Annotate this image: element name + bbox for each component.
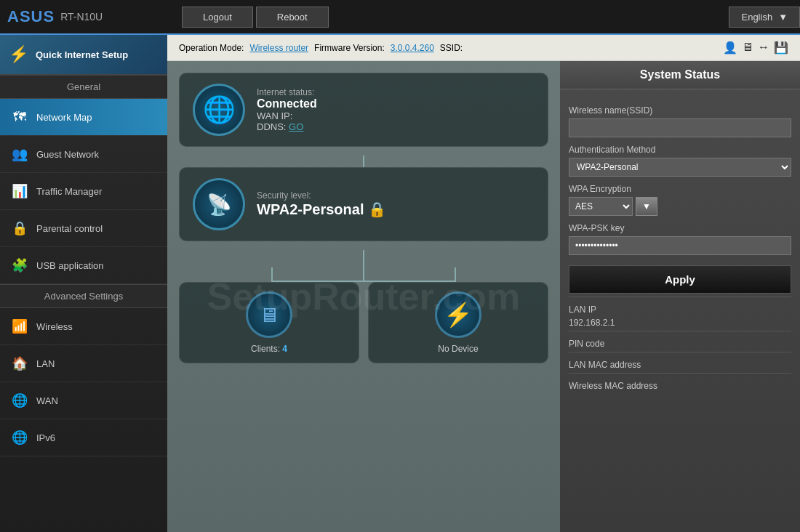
tree-connector-area bbox=[179, 250, 548, 282]
ssid-input[interactable] bbox=[569, 118, 791, 137]
logo-area: ASUS RT-N10U bbox=[0, 0, 167, 33]
security-level-label: Security level: bbox=[257, 190, 386, 201]
sidebar-item-usb-application[interactable]: 🧩 USB application bbox=[0, 247, 167, 284]
internet-card: 🌐 Internet status: Connected WAN IP: DDN… bbox=[179, 73, 548, 147]
wpa-enc-select[interactable]: AES TKIP TKIP+AES bbox=[569, 197, 633, 216]
operation-mode-label: Operation Mode: bbox=[179, 43, 244, 53]
wan-ip-label: WAN IP: bbox=[257, 110, 292, 121]
network-map-icon: 🗺 bbox=[10, 108, 29, 126]
traffic-manager-label: Traffic Manager bbox=[36, 186, 102, 197]
ipv6-label: IPv6 bbox=[36, 432, 55, 443]
lan-ip-label: LAN IP bbox=[569, 305, 791, 315]
wpa-enc-label: WPA Encryption bbox=[569, 184, 791, 194]
chevron-down-icon: ▼ bbox=[778, 12, 788, 23]
sidebar-item-traffic-manager[interactable]: 📊 Traffic Manager bbox=[0, 173, 167, 210]
wireless-icon: 📶 bbox=[10, 317, 29, 336]
internet-info: Internet status: Connected WAN IP: DDNS:… bbox=[257, 87, 317, 132]
usb-application-label: USB application bbox=[36, 260, 104, 271]
ipv6-icon: 🌐 bbox=[10, 428, 29, 447]
share-icon: ↔ bbox=[758, 41, 769, 55]
clients-icon: 🖥 bbox=[246, 291, 292, 338]
wireless-mac-label: Wireless MAC address bbox=[569, 381, 791, 391]
connector-line-top bbox=[363, 156, 364, 167]
sidebar-item-wan[interactable]: 🌐 WAN bbox=[0, 382, 167, 419]
wireless-label: Wireless bbox=[36, 321, 73, 332]
wpa-enc-wrap: AES TKIP TKIP+AES ▼ bbox=[569, 197, 791, 216]
system-status-panel: System Status Wireless name(SSID) Authen… bbox=[560, 61, 800, 532]
traffic-manager-icon: 📊 bbox=[10, 182, 29, 201]
network-map-label: Network Map bbox=[36, 112, 92, 123]
quick-setup-label: Quick Internet Setup bbox=[36, 49, 128, 60]
auth-method-select[interactable]: WPA2-Personal WPA-Personal WPA2-Enterpri… bbox=[569, 158, 791, 177]
ddns-row: DDNS: GO bbox=[257, 121, 317, 132]
divider-1 bbox=[569, 297, 791, 297]
usb-device-icon: ⚡ bbox=[435, 291, 481, 338]
lan-ip-value: 192.168.2.1 bbox=[569, 318, 791, 328]
wpa-psk-input[interactable] bbox=[569, 236, 791, 255]
parental-control-icon: 🔒 bbox=[10, 219, 29, 238]
sidebar-item-parental-control[interactable]: 🔒 Parental control bbox=[0, 210, 167, 247]
top-buttons: Logout Reboot bbox=[182, 7, 329, 28]
main-layout: ⚡ Quick Internet Setup General 🗺 Network… bbox=[0, 35, 800, 532]
logout-button[interactable]: Logout bbox=[182, 7, 253, 28]
security-value: WPA2-Personal 🔒 bbox=[257, 201, 386, 218]
clients-label: Clients: 4 bbox=[251, 344, 287, 354]
lan-mac-label: LAN MAC address bbox=[569, 360, 791, 370]
tree-vert-line bbox=[363, 250, 364, 282]
language-button[interactable]: English ▼ bbox=[729, 7, 800, 28]
guest-network-icon: 👥 bbox=[10, 145, 29, 164]
reboot-button[interactable]: Reboot bbox=[256, 7, 329, 28]
wan-icon: 🌐 bbox=[10, 391, 29, 410]
wpa-enc-dropdown-btn[interactable]: ▼ bbox=[636, 197, 657, 216]
divider-2 bbox=[569, 331, 791, 331]
security-info: Security level: WPA2-Personal 🔒 bbox=[257, 190, 386, 218]
no-device-label: No Device bbox=[438, 344, 478, 354]
pin-code-label: PIN code bbox=[569, 339, 791, 349]
general-section-header: General bbox=[0, 75, 167, 99]
sidebar: ⚡ Quick Internet Setup General 🗺 Network… bbox=[0, 35, 167, 532]
router-icon: 📡 bbox=[193, 178, 245, 230]
sidebar-item-guest-network[interactable]: 👥 Guest Network bbox=[0, 136, 167, 173]
display-icon: 🖥 bbox=[742, 41, 753, 55]
sidebar-item-ipv6[interactable]: 🌐 IPv6 bbox=[0, 419, 167, 456]
usb-application-icon: 🧩 bbox=[10, 256, 29, 275]
bottom-cards: 🖥 Clients: 4 ⚡ No Device bbox=[179, 282, 548, 363]
lan-label: LAN bbox=[36, 358, 55, 369]
lan-icon: 🏠 bbox=[10, 354, 29, 373]
tree-left-line bbox=[271, 267, 273, 282]
quick-setup-icon: ⚡ bbox=[9, 45, 28, 64]
tree-right-line bbox=[455, 267, 456, 282]
content-area: Operation Mode: Wireless router Firmware… bbox=[167, 35, 800, 532]
wpa-psk-label: WPA-PSK key bbox=[569, 223, 791, 233]
system-status-content: Wireless name(SSID) Authentication Metho… bbox=[560, 89, 800, 403]
advanced-section-header: Advanced Settings bbox=[0, 284, 167, 308]
top-bar: ASUS RT-N10U Logout Reboot English ▼ bbox=[0, 0, 800, 35]
status-icons: 👤 🖥 ↔ 💾 bbox=[723, 41, 788, 55]
quick-setup-button[interactable]: ⚡ Quick Internet Setup bbox=[0, 35, 167, 75]
internet-status-label: Internet status: bbox=[257, 87, 317, 97]
security-card: 📡 Security level: WPA2-Personal 🔒 bbox=[179, 167, 548, 241]
operation-mode-link[interactable]: Wireless router bbox=[249, 43, 308, 53]
sidebar-item-network-map[interactable]: 🗺 Network Map bbox=[0, 99, 167, 136]
firmware-label: Firmware Version: bbox=[314, 43, 385, 53]
ddns-link[interactable]: GO bbox=[289, 121, 303, 132]
status-bar: Operation Mode: Wireless router Firmware… bbox=[167, 35, 800, 61]
guest-network-label: Guest Network bbox=[36, 149, 99, 160]
wan-label: WAN bbox=[36, 395, 58, 406]
connector-top bbox=[179, 156, 548, 167]
ddns-label: DDNS: bbox=[257, 121, 286, 132]
firmware-link[interactable]: 3.0.0.4.260 bbox=[391, 43, 434, 53]
sidebar-item-lan[interactable]: 🏠 LAN bbox=[0, 345, 167, 382]
network-map-area: SetupRouter.com 🌐 Internet status: Conne… bbox=[167, 61, 560, 532]
lock-icon: 🔒 bbox=[368, 201, 386, 218]
system-status-title: System Status bbox=[560, 61, 800, 89]
divider-4 bbox=[569, 373, 791, 374]
apply-button[interactable]: Apply bbox=[569, 265, 791, 294]
wan-ip-row: WAN IP: bbox=[257, 110, 317, 121]
sidebar-item-wireless[interactable]: 📶 Wireless bbox=[0, 308, 167, 345]
logo: ASUS bbox=[7, 7, 55, 26]
globe-icon: 🌐 bbox=[193, 84, 245, 136]
no-device-card: ⚡ No Device bbox=[368, 282, 548, 363]
divider-3 bbox=[569, 352, 791, 352]
clients-card: 🖥 Clients: 4 bbox=[179, 282, 359, 363]
